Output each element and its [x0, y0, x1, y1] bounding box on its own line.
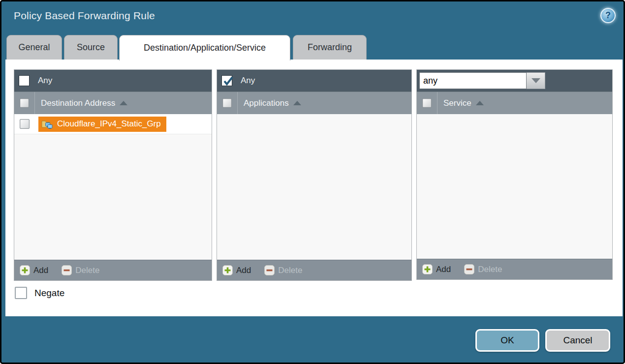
- negate-row: Negate: [15, 287, 64, 299]
- service-delete-button[interactable]: Delete: [464, 264, 502, 274]
- destination-list[interactable]: Cloudflare_IPv4_Static_Grp: [14, 114, 212, 260]
- negate-checkbox[interactable]: [15, 287, 27, 299]
- tab-destination-label: Destination/Application/Service: [144, 43, 266, 53]
- dialog-title: Policy Based Forwarding Rule: [14, 10, 155, 22]
- tab-forwarding[interactable]: Forwarding: [293, 35, 367, 60]
- applications-column-header[interactable]: Applications: [244, 98, 289, 108]
- tab-source-label: Source: [77, 42, 105, 53]
- tab-general[interactable]: General: [6, 35, 62, 60]
- destination-select-all-cell: [14, 92, 35, 114]
- service-dropdown-value[interactable]: any: [419, 72, 527, 89]
- destination-item-selected[interactable]: Cloudflare_IPv4_Static_Grp: [38, 117, 166, 132]
- ok-button[interactable]: OK: [475, 329, 539, 352]
- service-header-row: Service: [417, 91, 612, 114]
- delete-icon: [62, 265, 72, 275]
- help-icon[interactable]: ?: [600, 8, 616, 23]
- checkmark-icon: [222, 75, 234, 87]
- applications-add-button[interactable]: Add: [222, 265, 251, 275]
- sort-ascending-icon[interactable]: [120, 101, 127, 105]
- applications-list[interactable]: [217, 114, 411, 260]
- tab-source[interactable]: Source: [64, 35, 118, 60]
- add-icon: [422, 264, 433, 274]
- destination-delete-button[interactable]: Delete: [62, 265, 99, 275]
- destination-select-all-checkbox[interactable]: [20, 98, 29, 108]
- delete-label: Delete: [75, 266, 99, 275]
- service-dropdown-button[interactable]: [527, 72, 545, 89]
- applications-toolbar: Add Delete: [217, 260, 411, 280]
- tab-content-panel: Any Destination Address: [5, 60, 623, 316]
- applications-any-label: Any: [241, 76, 255, 86]
- destination-any-label: Any: [38, 76, 52, 86]
- delete-icon: [264, 265, 275, 275]
- negate-label: Negate: [34, 288, 64, 299]
- service-column-header[interactable]: Service: [443, 98, 471, 108]
- destination-item-checkbox[interactable]: [20, 119, 30, 129]
- service-column: any Service Add: [416, 69, 613, 280]
- destination-any-checkbox[interactable]: [19, 75, 30, 86]
- destination-add-button[interactable]: Add: [20, 265, 48, 275]
- sort-ascending-icon[interactable]: [293, 101, 301, 105]
- service-toolbar: Add Delete: [417, 259, 612, 279]
- destination-toolbar: Add Delete: [14, 260, 212, 280]
- applications-select-all-cell: [217, 92, 238, 114]
- tab-general-label: General: [18, 42, 50, 53]
- chevron-down-icon: [531, 78, 540, 83]
- service-add-button[interactable]: Add: [422, 264, 451, 274]
- destination-column-header[interactable]: Destination Address: [41, 98, 115, 108]
- service-select-all-checkbox[interactable]: [422, 98, 432, 108]
- applications-header-row: Applications: [217, 91, 411, 114]
- policy-based-forwarding-dialog: Policy Based Forwarding Rule ? General S…: [0, 0, 625, 364]
- cancel-button[interactable]: Cancel: [545, 329, 610, 352]
- destination-address-column: Any Destination Address: [14, 69, 212, 281]
- list-item: Cloudflare_IPv4_Static_Grp: [14, 114, 212, 134]
- applications-delete-button[interactable]: Delete: [264, 265, 302, 275]
- sort-ascending-icon[interactable]: [476, 101, 484, 105]
- add-label: Add: [436, 265, 451, 274]
- address-group-icon: [41, 119, 53, 129]
- destination-any-row: Any: [14, 70, 212, 91]
- applications-any-checkbox[interactable]: [221, 75, 232, 86]
- add-label: Add: [33, 266, 48, 275]
- delete-label: Delete: [278, 266, 302, 275]
- destination-header-row: Destination Address: [14, 91, 212, 114]
- service-select-all-cell: [417, 92, 438, 114]
- add-label: Add: [236, 266, 251, 275]
- destination-item-label: Cloudflare_IPv4_Static_Grp: [57, 119, 161, 129]
- applications-column: Any Applications Add: [217, 69, 412, 281]
- service-list[interactable]: [417, 114, 612, 259]
- tab-destination-application-service[interactable]: Destination/Application/Service: [119, 35, 290, 61]
- delete-icon: [464, 264, 474, 274]
- applications-select-all-checkbox[interactable]: [222, 98, 232, 108]
- add-icon: [222, 265, 233, 275]
- delete-label: Delete: [478, 265, 502, 274]
- applications-any-row: Any: [217, 70, 411, 91]
- tab-forwarding-label: Forwarding: [308, 42, 352, 53]
- service-dropdown-row: any: [417, 70, 612, 91]
- add-icon: [20, 265, 30, 275]
